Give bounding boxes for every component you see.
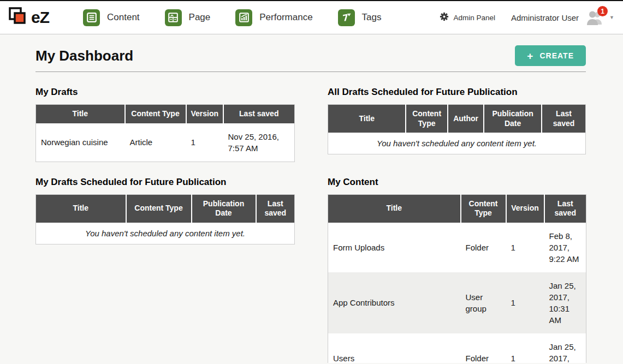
column-header-title: Title — [328, 194, 461, 223]
column-header-content-type: Content Type — [406, 105, 447, 133]
cell-title: Norwegian cuisine — [36, 123, 125, 162]
cell-last-saved: Jan 25, 2017, 7:58 AM — [544, 333, 586, 363]
create-button-label: CREATE — [539, 51, 574, 60]
plus-icon: + — [527, 51, 533, 61]
main-nav: Content Page — [83, 9, 407, 26]
page-header: My Dashboard + CREATE — [35, 45, 586, 72]
column-header-last-saved: Last saved — [544, 194, 586, 223]
user-name: Administrator User — [511, 13, 579, 22]
cell-title: Users — [328, 333, 461, 363]
tags-icon — [338, 9, 355, 26]
ez-logo[interactable]: eZ — [8, 7, 49, 28]
content-icon — [83, 9, 100, 26]
nav-item-content[interactable]: Content — [83, 9, 140, 26]
column-header-last-saved: Last saved — [542, 105, 586, 133]
empty-row: You haven't scheduled any content item y… — [36, 223, 295, 244]
empty-row: You haven't scheduled any content item y… — [328, 133, 586, 154]
my-content-heading: My Content — [328, 177, 586, 188]
column-header-last-saved: Last saved — [223, 105, 295, 123]
cell-version: 1 — [506, 223, 544, 272]
table-header-row: Title Content Type Version Last saved — [36, 105, 295, 123]
my-drafts-scheduled-heading: My Drafts Scheduled for Future Publicati… — [35, 177, 294, 188]
column-header-content-type: Content Type — [461, 194, 506, 223]
cell-content-type: Folder — [461, 333, 506, 363]
ez-logo-text: eZ — [31, 8, 49, 27]
nav-item-page[interactable]: Page — [165, 9, 211, 26]
cell-version: 1 — [506, 272, 544, 333]
cell-version: 1 — [506, 333, 544, 363]
my-content-section: My Content Title Content Type Version La… — [328, 162, 586, 363]
table-header-row: Title Content Type Author Publication Da… — [328, 105, 586, 133]
my-drafts-scheduled-section: My Drafts Scheduled for Future Publicati… — [35, 162, 294, 244]
user-menu[interactable]: Administrator User 1 ▼ — [511, 10, 614, 25]
column-header-title: Title — [328, 105, 406, 133]
page-title: My Dashboard — [35, 47, 133, 64]
all-drafts-scheduled-heading: All Drafts Scheduled for Future Publicat… — [328, 87, 586, 98]
dashboard-main: My Dashboard + CREATE My Drafts Title Co… — [0, 34, 623, 363]
column-header-title: Title — [36, 105, 125, 123]
my-drafts-scheduled-table: Title Content Type Publication Date Last… — [35, 194, 295, 244]
my-drafts-section: My Drafts Title Content Type Version Las… — [35, 72, 294, 162]
cell-last-saved: Jan 25, 2017, 10:31 AM — [544, 272, 586, 333]
all-drafts-scheduled-table: Title Content Type Author Publication Da… — [328, 104, 586, 154]
nav-label-page: Page — [189, 12, 211, 23]
column-header-content-type: Content Type — [125, 105, 186, 123]
cell-content-type: Folder — [461, 223, 506, 272]
table-row[interactable]: App Contributors User group 1 Jan 25, 20… — [328, 272, 586, 333]
dashboard-grid: My Drafts Title Content Type Version Las… — [35, 72, 586, 363]
nav-item-performance[interactable]: Performance — [235, 9, 312, 26]
cell-title: App Contributors — [328, 272, 461, 333]
column-header-content-type: Content Type — [126, 194, 192, 223]
nav-label-performance: Performance — [259, 12, 312, 23]
table-row[interactable]: Users Folder 1 Jan 25, 2017, 7:58 AM — [328, 333, 586, 363]
all-drafts-scheduled-section: All Drafts Scheduled for Future Publicat… — [328, 72, 586, 154]
admin-panel-label: Admin Panel — [454, 14, 496, 22]
my-content-table: Title Content Type Version Last saved Fo… — [328, 194, 586, 363]
column-header-publication-date: Publication Date — [484, 105, 542, 133]
cell-content-type: Article — [125, 123, 186, 162]
table-row[interactable]: Norwegian cuisine Article 1 Nov 25, 2016… — [36, 123, 295, 162]
cell-last-saved: Nov 25, 2016, 7:57 AM — [223, 123, 295, 162]
empty-message: You haven't scheduled any content item y… — [36, 223, 295, 244]
table-header-row: Title Content Type Version Last saved — [328, 194, 586, 223]
column-header-last-saved: Last saved — [256, 194, 295, 223]
cell-title: Form Uploads — [328, 223, 461, 272]
column-header-publication-date: Publication Date — [192, 194, 256, 223]
column-header-author: Author — [448, 105, 484, 133]
my-drafts-heading: My Drafts — [35, 87, 294, 98]
performance-icon — [235, 9, 252, 26]
column-header-version: Version — [186, 105, 223, 123]
user-avatar-icon: 1 — [585, 10, 603, 25]
cell-content-type: User group — [461, 272, 506, 333]
nav-label-tags: Tags — [362, 12, 382, 23]
my-drafts-table: Title Content Type Version Last saved No… — [35, 104, 295, 162]
gear-icon — [440, 12, 449, 23]
table-header-row: Title Content Type Publication Date Last… — [36, 194, 295, 223]
create-button[interactable]: + CREATE — [515, 45, 586, 66]
column-header-title: Title — [36, 194, 126, 223]
top-navigation-bar: eZ Content — [0, 0, 623, 34]
column-header-version: Version — [506, 194, 544, 223]
page-icon — [165, 9, 182, 26]
chevron-down-icon: ▼ — [609, 15, 614, 20]
nav-label-content: Content — [107, 12, 140, 23]
table-row[interactable]: Form Uploads Folder 1 Feb 8, 2017, 9:22 … — [328, 223, 586, 272]
admin-panel-button[interactable]: Admin Panel — [440, 12, 496, 23]
notification-badge[interactable]: 1 — [597, 6, 608, 16]
cell-version: 1 — [186, 123, 223, 162]
nav-item-tags[interactable]: Tags — [338, 9, 382, 26]
empty-message: You haven't scheduled any content item y… — [328, 133, 586, 154]
ez-logo-icon — [8, 7, 28, 28]
cell-last-saved: Feb 8, 2017, 9:22 AM — [544, 223, 586, 272]
